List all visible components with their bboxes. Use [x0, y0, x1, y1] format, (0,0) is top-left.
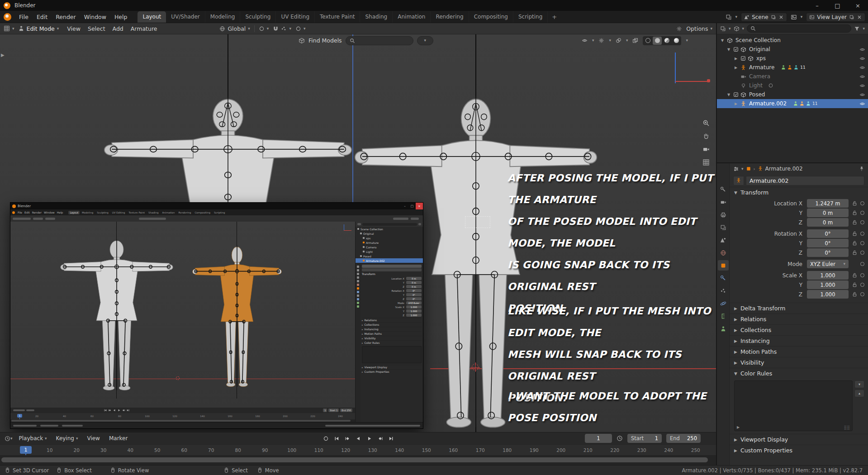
- eye-icon[interactable]: [859, 74, 865, 80]
- tab-output[interactable]: [718, 209, 729, 220]
- remove-view-layer-icon[interactable]: [857, 14, 862, 20]
- tab-view-layer[interactable]: [718, 222, 729, 233]
- pin-icon[interactable]: [859, 166, 864, 171]
- viewport-menu-item[interactable]: Select: [84, 24, 109, 33]
- timeline-ruler[interactable]: 1 10203040506070809010011012013014015016…: [0, 444, 716, 455]
- tab-particles[interactable]: [718, 285, 729, 296]
- disclosure-triangle[interactable]: ▶: [733, 57, 739, 61]
- workspace-tab[interactable]: Compositing: [469, 11, 513, 23]
- lock-icon[interactable]: [851, 250, 858, 256]
- tab-tool[interactable]: [718, 184, 729, 195]
- workspace-tab[interactable]: Shading: [360, 11, 393, 23]
- tab-world[interactable]: [718, 247, 729, 258]
- options-dropdown[interactable]: Options ▾: [686, 25, 712, 32]
- xray-toggle-icon[interactable]: [632, 38, 638, 43]
- nav-gizmo-x-axis[interactable]: [675, 81, 708, 82]
- collapsed-panel-header[interactable]: ▶Collections: [730, 324, 868, 335]
- workspace-tab[interactable]: Modeling: [205, 11, 241, 23]
- timeline-menu-item[interactable]: Marker▾: [105, 434, 131, 443]
- list-sort-button[interactable]: ▾: [854, 380, 864, 388]
- nav-gizmo-handle[interactable]: [707, 79, 710, 82]
- property-value-field[interactable]: 1.000: [807, 280, 849, 289]
- outliner-item-armature[interactable]: ▶ Armature 11: [717, 63, 868, 72]
- tab-object[interactable]: [718, 260, 729, 271]
- browse-scene-icon[interactable]: [726, 14, 732, 20]
- workspace-tab[interactable]: Scripting: [513, 11, 548, 23]
- jump-to-end-button[interactable]: [386, 434, 396, 443]
- browse-view-layer-icon[interactable]: [791, 14, 797, 20]
- property-value-field[interactable]: 1.2427 m: [807, 199, 849, 208]
- animate-dot[interactable]: [860, 273, 864, 277]
- hide-dropdown-eye-icon[interactable]: [582, 38, 588, 43]
- gear-icon[interactable]: [676, 26, 682, 32]
- timeline-scrollbar[interactable]: [1, 457, 708, 462]
- resize-grip-icon[interactable]: ⣿⣿: [844, 425, 850, 430]
- unlink-scene-icon[interactable]: [778, 14, 784, 20]
- rotation-mode-dropdown[interactable]: XYZ Euler ▾: [807, 260, 849, 268]
- menu-item[interactable]: Window: [80, 12, 110, 22]
- viewport-menu-item[interactable]: View: [63, 24, 84, 33]
- rendered-shading-button[interactable]: [672, 37, 681, 45]
- jump-to-start-button[interactable]: [332, 434, 342, 443]
- lock-icon[interactable]: [851, 231, 858, 237]
- material-shading-button[interactable]: [662, 37, 671, 45]
- blender-menu-icon[interactable]: [4, 13, 11, 21]
- outliner-search-input[interactable]: [758, 25, 848, 32]
- search-input[interactable]: [358, 38, 403, 44]
- lock-icon[interactable]: [851, 291, 858, 297]
- animate-dot[interactable]: [860, 201, 864, 205]
- property-value-field[interactable]: 0 m: [807, 209, 849, 217]
- checkbox-icon[interactable]: [733, 92, 739, 97]
- tab-object-data[interactable]: [718, 323, 729, 334]
- outliner-item-xps[interactable]: ▶ xps: [717, 54, 868, 63]
- browse-object-button[interactable]: [733, 176, 744, 185]
- disclosure-triangle[interactable]: ▼: [726, 93, 731, 97]
- mode-selector[interactable]: Edit Mode ▾: [18, 25, 59, 32]
- animate-dot[interactable]: [860, 241, 864, 245]
- lock-icon[interactable]: [851, 200, 858, 206]
- clock-icon[interactable]: [617, 435, 623, 442]
- workspace-tab[interactable]: Animation: [393, 11, 431, 23]
- next-keyframe-button[interactable]: [375, 434, 385, 443]
- collapsed-panel-header[interactable]: ▶Custom Properties: [730, 445, 868, 456]
- filter-funnel-icon[interactable]: [854, 26, 860, 32]
- outliner-item-posed[interactable]: ▼ Posed: [717, 90, 868, 99]
- lock-icon[interactable]: [851, 282, 858, 288]
- workspace-tab[interactable]: Sculpting: [240, 11, 276, 23]
- viewport-menu-item[interactable]: Add: [109, 24, 127, 33]
- color-rules-list[interactable]: ▶ ⣿⣿: [734, 380, 853, 431]
- list-expand-icon[interactable]: ▶: [737, 425, 740, 429]
- property-value-field[interactable]: 1.000: [807, 271, 849, 280]
- eye-icon[interactable]: [859, 47, 865, 52]
- display-mode-icon[interactable]: [734, 26, 740, 32]
- nav-gizmo-z-axis[interactable]: [675, 52, 676, 83]
- gizmos-icon[interactable]: [598, 38, 604, 43]
- editor-type-selector[interactable]: ▾: [4, 25, 14, 32]
- disclosure-triangle[interactable]: ▼: [720, 38, 725, 43]
- workspace-tab[interactable]: Texture Paint: [315, 11, 360, 23]
- workspace-tab[interactable]: UV Editing: [276, 11, 315, 23]
- outliner-item-scene-collection[interactable]: ▼ Scene Collection: [717, 36, 868, 45]
- property-value-field[interactable]: 0°: [807, 239, 849, 247]
- timeline-menu-item[interactable]: View▾: [83, 434, 103, 443]
- playhead[interactable]: 1: [20, 446, 32, 454]
- workspace-tab[interactable]: Rendering: [431, 11, 469, 23]
- auto-key-button[interactable]: [321, 434, 331, 443]
- eye-icon[interactable]: [859, 83, 865, 89]
- play-reverse-button[interactable]: [354, 434, 363, 443]
- tab-constraints[interactable]: [718, 311, 729, 321]
- tab-scene[interactable]: [718, 235, 729, 245]
- menu-item[interactable]: Help: [110, 12, 132, 22]
- color-rules-panel-header[interactable]: ▼ Color Rules: [730, 368, 868, 379]
- property-value-field[interactable]: 0 m: [807, 218, 849, 227]
- property-value-field[interactable]: 0°: [807, 229, 849, 238]
- disclosure-triangle[interactable]: ▶: [733, 66, 739, 70]
- prev-keyframe-button[interactable]: [343, 434, 352, 443]
- animate-dot[interactable]: [860, 211, 864, 215]
- collapsed-panel-header[interactable]: ▶Viewport Display: [730, 434, 868, 445]
- current-frame-field[interactable]: 1: [585, 434, 612, 443]
- frame-end-field[interactable]: End 250: [666, 434, 701, 443]
- properties-editor-icon[interactable]: [733, 166, 739, 172]
- toolbar-expand-icon[interactable]: ▶: [1, 52, 5, 57]
- animate-dot[interactable]: [860, 292, 864, 296]
